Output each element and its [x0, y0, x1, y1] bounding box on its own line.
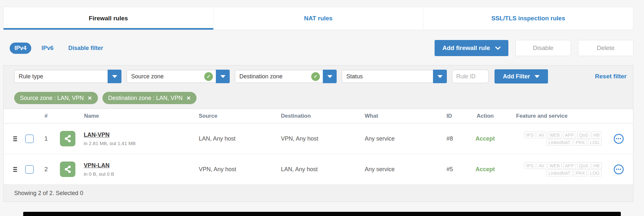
- rule-type-share-icon: [60, 162, 75, 177]
- feature-badge: IPS: [524, 162, 535, 169]
- rule-id: #8: [442, 135, 459, 142]
- rule-name-link[interactable]: VPN-LAN: [84, 162, 114, 169]
- table-footer: Showing 2 of 2. Selected 0: [4, 185, 633, 201]
- filter-chip-label: Source zone : LAN, VPN: [20, 95, 84, 102]
- filter-chip-source-zone: Source zone : LAN, VPN ✕: [14, 92, 98, 104]
- disable-filter-link[interactable]: Disable filter: [68, 45, 103, 52]
- header-id: ID: [442, 113, 459, 119]
- rule-id-input[interactable]: [452, 70, 489, 83]
- table-header: # Name Source Destination What ID Action…: [4, 109, 633, 123]
- feature-badge: QoS: [577, 132, 590, 138]
- add-firewall-rule-button[interactable]: Add firewall rule: [435, 40, 508, 56]
- table-row: 1 LAN-VPN in 2.81 MB, out 1.41 MB LAN, A…: [4, 123, 633, 154]
- rule-type-dropdown-button[interactable]: [108, 70, 121, 83]
- remove-filter-icon[interactable]: ✕: [187, 95, 191, 101]
- row-more-actions-icon[interactable]: [614, 134, 624, 144]
- feature-badge: LOG: [588, 139, 601, 146]
- dropdown-arrow-icon: [220, 75, 226, 78]
- active-filter-chips: Source zone : LAN, VPN ✕ Destination zon…: [14, 92, 629, 104]
- filter-chip-destination-zone: Destination zone : LAN, VPN ✕: [102, 92, 197, 104]
- feature-badge: PRX: [574, 170, 587, 176]
- header-feature-and-service: Feature and service: [511, 113, 604, 119]
- reset-filter-link[interactable]: Reset filter: [595, 73, 629, 80]
- rule-source: VPN, Any host: [194, 166, 276, 173]
- ipv4-toggle[interactable]: IPv4: [10, 43, 31, 54]
- rules-tab-bar: Firewall rules NAT rules SSL/TLS inspect…: [3, 7, 633, 30]
- window-bottom-edge: [23, 212, 621, 216]
- feature-badge: AV: [537, 132, 546, 138]
- status-dropdown-button[interactable]: [433, 70, 447, 83]
- ipv6-toggle[interactable]: IPv6: [42, 45, 53, 52]
- chevron-down-icon: [495, 46, 501, 50]
- header-source: Source: [194, 113, 276, 119]
- rule-source: LAN, Any host: [194, 135, 276, 142]
- rule-type-label: Rule type: [14, 73, 108, 80]
- destination-zone-select[interactable]: Destination zone ✓: [235, 70, 337, 83]
- dropdown-arrow-icon: [327, 75, 332, 78]
- add-firewall-rule-label: Add firewall rule: [442, 44, 490, 52]
- feature-badges: IPS AV WEB APP QoS HB LinkedNAT PRX LOG: [511, 131, 604, 146]
- header-destination: Destination: [276, 113, 360, 119]
- rule-name-link[interactable]: LAN-VPN: [84, 132, 136, 138]
- feature-badge: APP: [563, 162, 576, 169]
- toolbar: IPv4 IPv6 Disable filter Add firewall ru…: [10, 40, 633, 56]
- filter-section: Rule type Source zone ✓ Destination zone…: [4, 65, 633, 109]
- rule-destination: LAN, Any host: [276, 166, 360, 173]
- add-filter-label: Add Filter: [503, 73, 530, 80]
- showing-count-text: Showing 2 of 2. Selected 0: [14, 190, 83, 197]
- feature-badge: APP: [563, 132, 576, 138]
- rule-traffic-stats: in 0 B, out 0 B: [84, 171, 114, 177]
- status-select[interactable]: Status: [342, 70, 447, 83]
- drag-handle-icon[interactable]: [13, 167, 17, 172]
- filter-applied-check-icon: ✓: [311, 72, 320, 81]
- firewall-rules-panel: Rule type Source zone ✓ Destination zone…: [3, 65, 633, 202]
- header-action: Action: [459, 113, 511, 119]
- feature-badge: QoS: [577, 162, 590, 169]
- row-more-actions-icon[interactable]: [614, 164, 624, 174]
- feature-badge: LOG: [588, 170, 601, 176]
- row-number: 1: [37, 135, 55, 142]
- feature-badge: IPS: [524, 132, 535, 138]
- destination-zone-label: Destination zone: [235, 73, 311, 80]
- header-name: Name: [55, 113, 194, 119]
- source-zone-label: Source zone: [127, 73, 204, 80]
- rule-action-status: Accept: [459, 135, 511, 142]
- rule-id: #5: [442, 166, 459, 173]
- header-what: What: [360, 113, 442, 119]
- source-zone-dropdown-button[interactable]: [216, 70, 230, 83]
- dropdown-arrow-icon: [534, 75, 540, 78]
- dropdown-arrow-icon: [112, 75, 117, 78]
- feature-badge: AV: [537, 162, 546, 169]
- feature-badge: HB: [591, 162, 601, 169]
- tab-nat-rules[interactable]: NAT rules: [214, 7, 424, 30]
- dropdown-arrow-icon: [437, 75, 443, 78]
- feature-badge: LinkedNAT: [546, 170, 572, 176]
- feature-badge: LinkedNAT: [546, 139, 572, 146]
- status-label: Status: [342, 73, 433, 80]
- table-row: 2 VPN-LAN in 0 B, out 0 B VPN, Any host …: [4, 154, 633, 185]
- row-checkbox[interactable]: [25, 134, 34, 143]
- feature-badge: PRX: [574, 139, 587, 146]
- filter-chip-label: Destination zone : LAN, VPN: [108, 95, 183, 102]
- rule-what: Any service: [360, 166, 442, 173]
- feature-badge: HB: [591, 132, 601, 138]
- source-zone-select[interactable]: Source zone ✓: [127, 70, 230, 83]
- tab-ssl-tls-inspection-rules[interactable]: SSL/TLS inspection rules: [423, 7, 633, 30]
- tab-firewall-rules[interactable]: Firewall rules: [4, 7, 214, 30]
- remove-filter-icon[interactable]: ✕: [88, 95, 92, 101]
- rule-type-select[interactable]: Rule type: [14, 70, 121, 83]
- rule-what: Any service: [360, 135, 442, 142]
- row-number: 2: [37, 166, 55, 173]
- add-filter-button[interactable]: Add Filter: [495, 69, 548, 83]
- row-checkbox[interactable]: [25, 165, 34, 174]
- rule-destination: VPN, Any host: [276, 135, 360, 142]
- delete-button[interactable]: Delete: [578, 40, 633, 56]
- feature-badge: WEB: [548, 162, 562, 169]
- feature-badges: IPS AV WEB APP QoS HB LinkedNAT PRX LOG: [511, 162, 604, 177]
- header-number: #: [37, 113, 55, 119]
- rule-action-status: Accept: [459, 166, 511, 173]
- rule-type-share-icon: [60, 131, 75, 146]
- destination-zone-dropdown-button[interactable]: [323, 70, 337, 83]
- disable-button[interactable]: Disable: [515, 40, 571, 56]
- drag-handle-icon[interactable]: [13, 136, 17, 141]
